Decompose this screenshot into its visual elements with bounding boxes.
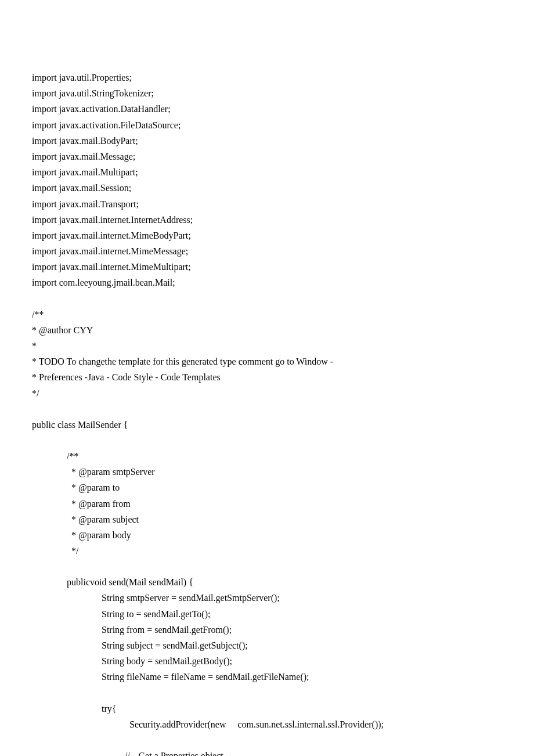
code-line: try{: [32, 701, 502, 717]
code-line: import java.util.Properties;: [32, 70, 502, 85]
code-line: import javax.mail.Session;: [32, 180, 502, 196]
code-block: import java.util.Properties;import java.…: [32, 70, 502, 756]
code-line: * @param from: [32, 496, 502, 512]
code-line: import javax.activation.FileDataSource;: [32, 117, 502, 133]
code-line: import javax.mail.internet.MimeBodyPart;: [32, 228, 502, 243]
code-line: *: [32, 338, 502, 354]
code-line: String fileName = fileName = sendMail.ge…: [32, 669, 502, 685]
code-line: String body = sendMail.getBody();: [32, 653, 502, 669]
code-line: import java.util.StringTokenizer;: [32, 85, 502, 101]
code-line: import com.leeyoung.jmail.bean.Mail;: [32, 275, 502, 290]
code-line: [32, 433, 502, 448]
code-line: import javax.mail.internet.MimeMessage;: [32, 243, 502, 259]
code-line: [32, 401, 502, 417]
code-line: import javax.activation.DataHandler;: [32, 101, 502, 117]
code-line: String to = sendMail.getTo();: [32, 606, 502, 622]
code-line: String from = sendMail.getFrom();: [32, 622, 502, 638]
code-line: * @param to: [32, 480, 502, 495]
code-line: /**: [32, 307, 502, 322]
code-line: [32, 291, 502, 307]
code-line: /**: [32, 448, 502, 464]
code-line: //-- Get a Properties object --: [32, 748, 502, 756]
code-line: import javax.mail.internet.InternetAddre…: [32, 212, 502, 228]
code-line: String subject = sendMail.getSubject();: [32, 638, 502, 653]
code-line: */: [32, 386, 502, 401]
code-line: * Preferences -Java - Code Style - Code …: [32, 369, 502, 385]
code-line: import javax.mail.Message;: [32, 149, 502, 164]
code-line: import javax.mail.BodyPart;: [32, 133, 502, 149]
code-line: * @param smtpServer: [32, 464, 502, 480]
code-line: * @param body: [32, 527, 502, 543]
code-line: public class MailSender {: [32, 417, 502, 433]
code-line: import javax.mail.internet.MimeMultipart…: [32, 259, 502, 275]
code-line: [32, 559, 502, 574]
code-line: * @param subject: [32, 512, 502, 527]
code-line: String smtpServer = sendMail.getSmtpServ…: [32, 590, 502, 606]
code-line: publicvoid send(Mail sendMail) {: [32, 574, 502, 590]
code-line: */: [32, 543, 502, 559]
code-line: [32, 732, 502, 748]
code-line: import javax.mail.Multipart;: [32, 164, 502, 180]
code-line: [32, 685, 502, 701]
code-line: Security.addProvider(new com.sun.net.ssl…: [32, 717, 502, 732]
code-line: * TODO To changethe template for this ge…: [32, 354, 502, 369]
code-line: import javax.mail.Transport;: [32, 196, 502, 212]
code-line: * @author CYY: [32, 322, 502, 338]
